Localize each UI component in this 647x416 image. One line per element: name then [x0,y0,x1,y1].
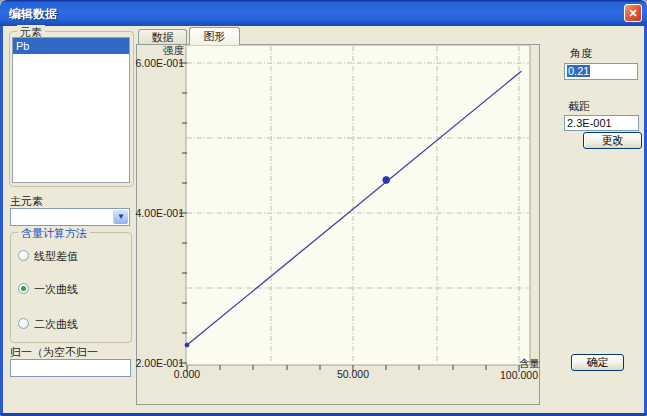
combo-value [11,213,13,225]
intercept-input[interactable]: 2.3E-001 [564,115,639,131]
x-tick-50: 50.000 [331,368,375,380]
angle-input[interactable]: 0.21 [564,63,638,80]
chevron-down-icon[interactable]: ▼ [113,210,128,224]
change-button[interactable]: 更改 [583,132,642,149]
radio-label: 线型差值 [34,249,78,264]
angle-label: 角度 [570,46,592,61]
radio-label: 一次曲线 [34,282,78,297]
main-element-label: 主元素 [10,194,43,209]
tab-data[interactable]: 数据 [138,29,187,44]
title-bar[interactable]: 编辑数据 ✕ [0,0,647,26]
intercept-value: 2.3E-001 [567,117,612,129]
radio-label: 二次曲线 [34,317,78,332]
intercept-label: 截距 [568,99,590,114]
y-tick-4e-1: 4.00E-001 [132,207,184,219]
method-group-label: 含量计算方法 [18,226,90,241]
list-item-pb[interactable]: Pb [13,38,129,54]
element-listbox[interactable]: Pb [12,37,130,183]
window-title: 编辑数据 [9,6,57,23]
chart-canvas [136,44,540,405]
radio-icon[interactable] [18,283,29,294]
ok-button[interactable]: 确定 [571,354,624,371]
angle-value: 0.21 [567,65,590,77]
x-axis-title: 含量 [519,357,540,371]
main-element-combobox[interactable]: ▼ [10,208,130,226]
y-axis-title: 强度 [148,44,184,58]
x-tick-0: 0.000 [167,368,207,380]
edit-data-dialog: 编辑数据 ✕ 元素 Pb 主元素 ▼ 含量计算方法 线型差值 一次曲线 二次曲线… [0,0,647,416]
close-icon[interactable]: ✕ [624,4,642,22]
tab-graph[interactable]: 图形 [189,27,240,45]
normalize-input[interactable] [10,359,131,377]
radio-icon[interactable] [18,318,29,329]
radio-icon[interactable] [18,250,29,261]
normalize-label: 归一（为空不归一 [10,345,98,360]
y-tick-6e-1: 6.00E-001 [132,57,184,69]
window-border-left [0,26,3,416]
